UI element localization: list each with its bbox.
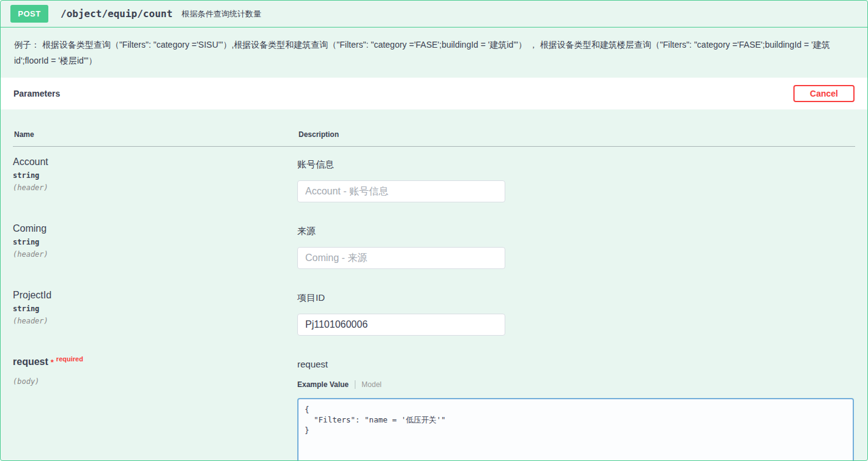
parameter-location: (header): [13, 250, 297, 259]
parameter-name: Account: [13, 157, 297, 168]
endpoint-summary-text: 根据条件查询统计数量: [182, 9, 261, 20]
tab-example-value[interactable]: Example Value: [297, 380, 355, 389]
tab-model[interactable]: Model: [355, 380, 382, 389]
parameter-location: (header): [13, 183, 297, 192]
endpoint-summary[interactable]: POST /object/equip/count 根据条件查询统计数量: [1, 1, 867, 28]
cancel-button[interactable]: Cancel: [793, 85, 855, 102]
column-header-name: Name: [13, 109, 297, 147]
parameter-location: (body): [13, 377, 297, 386]
required-asterisk: *: [48, 358, 55, 367]
parameter-row-request: request*required (body) request Example …: [13, 347, 855, 461]
parameter-type: string: [13, 171, 297, 180]
parameter-row-projectid: ProjectId string (header) 项目ID: [13, 280, 855, 347]
parameter-description: request: [297, 359, 855, 369]
parameters-title: Parameters: [13, 89, 60, 98]
parameters-section-header: Parameters Cancel: [1, 78, 867, 109]
parameter-type: string: [13, 304, 297, 313]
parameter-name: Coming: [13, 223, 297, 234]
http-method-badge: POST: [10, 5, 48, 23]
endpoint-path: /object/equip/count: [61, 8, 172, 20]
parameter-name: ProjectId: [13, 290, 297, 301]
parameter-location: (header): [13, 317, 297, 325]
account-input[interactable]: [297, 180, 505, 202]
parameter-row-coming: Coming string (header) 来源: [13, 213, 855, 280]
required-label: required: [55, 355, 83, 363]
parameter-description: 来源: [297, 226, 855, 237]
parameters-table: Name Description Account string (header)…: [1, 109, 867, 461]
parameter-description: 项目ID: [297, 292, 855, 304]
coming-input[interactable]: [297, 247, 505, 269]
column-header-description: Description: [297, 109, 855, 147]
projectid-input[interactable]: [297, 314, 505, 336]
parameter-name: request*required: [13, 356, 297, 367]
request-body-editor[interactable]: { "Filters": "name = '低压开关'" }: [297, 398, 854, 461]
model-example-tabs: Example Value Model: [297, 380, 855, 389]
parameter-row-account: Account string (header) 账号信息: [13, 147, 855, 214]
parameter-description: 账号信息: [297, 159, 855, 171]
operation-block: POST /object/equip/count 根据条件查询统计数量 例子： …: [0, 0, 868, 461]
endpoint-description: 例子： 根据设备类型查询（"Filters": "category ='SISU…: [1, 28, 867, 78]
parameter-type: string: [13, 238, 297, 246]
